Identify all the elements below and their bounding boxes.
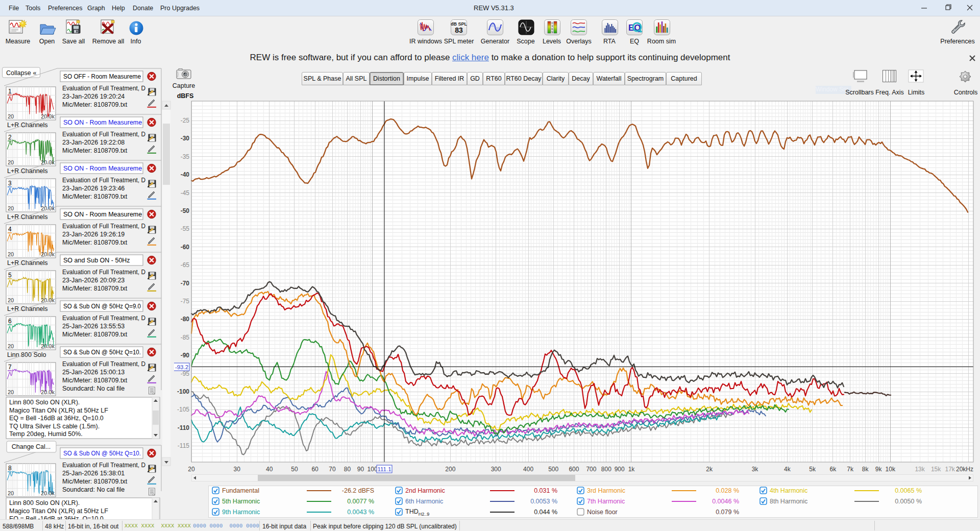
svg-text:-75: -75 <box>181 298 190 305</box>
svg-text:20: 20 <box>8 389 14 395</box>
svg-text:L+R Channels: L+R Channels <box>7 213 48 221</box>
svg-text:SO & Sub ON @ 50Hz Q=10.: SO & Sub ON @ 50Hz Q=10. <box>63 349 141 356</box>
svg-text:4k: 4k <box>784 466 791 473</box>
svg-text:5k: 5k <box>809 466 816 473</box>
svg-text:1: 1 <box>8 88 12 95</box>
svg-text:L+R Channels: L+R Channels <box>7 122 48 129</box>
svg-text:-65: -65 <box>181 261 190 269</box>
svg-text:23-Jan-2026 20:09:23: 23-Jan-2026 20:09:23 <box>62 277 125 284</box>
svg-text:8k: 8k <box>862 466 869 473</box>
svg-text:400: 400 <box>523 466 533 473</box>
svg-text:Mic/Meter: 8108709.txt: Mic/Meter: 8108709.txt <box>62 331 128 338</box>
svg-text:100: 100 <box>368 466 378 473</box>
svg-text:-95: -95 <box>181 370 190 377</box>
svg-text:-50: -50 <box>181 207 190 214</box>
svg-text:Evaluation of Full Treatment,: Evaluation of Full Treatment, D <box>62 462 145 469</box>
svg-text:L+R Channels: L+R Channels <box>7 167 48 175</box>
svg-text:Evaluation of Full Treatment,: Evaluation of Full Treatment, D <box>62 85 145 92</box>
svg-text:20: 20 <box>8 490 14 496</box>
svg-text:Mic/Meter: 8108709.txt: Mic/Meter: 8108709.txt <box>62 193 128 200</box>
svg-text:20: 20 <box>188 466 195 473</box>
svg-text:17k: 17k <box>945 466 955 473</box>
svg-text:20.0k: 20.0k <box>41 251 55 257</box>
svg-text:-100: -100 <box>177 388 189 395</box>
svg-text:6: 6 <box>8 318 12 325</box>
svg-text:Mic/Meter: 8108709.txt: Mic/Meter: 8108709.txt <box>62 101 128 108</box>
svg-text:-35: -35 <box>181 153 190 160</box>
svg-text:4: 4 <box>8 226 12 233</box>
svg-text:700: 700 <box>586 466 596 473</box>
svg-text:20: 20 <box>8 159 14 165</box>
svg-text:-85: -85 <box>181 334 190 341</box>
svg-text:5: 5 <box>8 272 12 279</box>
svg-text:-25: -25 <box>181 117 190 124</box>
svg-text:TQ Ultra Silver LS cable (1.5m: TQ Ultra Silver LS cable (1.5m). <box>9 423 100 430</box>
svg-text:-60: -60 <box>181 244 190 251</box>
svg-text:20: 20 <box>8 297 14 303</box>
svg-text:-80: -80 <box>181 316 190 323</box>
svg-text:20: 20 <box>8 205 14 211</box>
svg-text:Mic/Meter: 8108709.txt: Mic/Meter: 8108709.txt <box>62 478 128 485</box>
svg-text:Mic/Meter: 8108709.txt: Mic/Meter: 8108709.txt <box>62 377 128 384</box>
svg-text:SO and Sub ON - 50Hz: SO and Sub ON - 50Hz <box>63 257 130 264</box>
svg-text:Evaluation of Full Treatment,: Evaluation of Full Treatment, D <box>62 177 145 184</box>
svg-text:40: 40 <box>266 466 273 473</box>
svg-text:23-Jan-2026 19:23:46: 23-Jan-2026 19:23:46 <box>62 185 125 192</box>
svg-text:Mic/Meter: 8108709.txt: Mic/Meter: 8108709.txt <box>62 239 128 246</box>
svg-text:600: 600 <box>569 466 579 473</box>
svg-text:Mic/Meter: 8108709.txt: Mic/Meter: 8108709.txt <box>62 147 128 154</box>
svg-text:25-Jan-2026 13:55:53: 25-Jan-2026 13:55:53 <box>62 323 125 330</box>
svg-text:Mic/Meter: 8108709.txt: Mic/Meter: 8108709.txt <box>62 285 128 292</box>
svg-text:-55: -55 <box>181 225 190 232</box>
svg-text:23-Jan-2026 19:22:08: 23-Jan-2026 19:22:08 <box>62 139 125 146</box>
svg-text:20.0k: 20.0k <box>41 205 55 211</box>
svg-text:900: 900 <box>615 466 625 473</box>
svg-text:Evaluation of Full Treatment,: Evaluation of Full Treatment, D <box>62 360 145 368</box>
svg-text:Collapse: Collapse <box>6 69 31 77</box>
svg-text:7k: 7k <box>847 466 854 473</box>
svg-text:83: 83 <box>455 26 463 34</box>
svg-text:Change Cal...: Change Cal... <box>12 443 51 450</box>
svg-text:Evaluation of Full Treatment,: Evaluation of Full Treatment, D <box>62 223 145 230</box>
svg-text:20: 20 <box>8 113 14 119</box>
svg-text:20.0k: 20.0k <box>41 343 55 349</box>
svg-text:-110: -110 <box>178 424 190 431</box>
svg-text:300: 300 <box>491 466 501 473</box>
svg-text:SO & Sub ON @ 50Hz Q=9.0: SO & Sub ON @ 50Hz Q=9.0 <box>63 303 141 310</box>
svg-text:15k: 15k <box>931 466 941 473</box>
svg-text:3k: 3k <box>752 466 759 473</box>
svg-text:20.0k: 20.0k <box>41 113 55 119</box>
svg-text:SO ON - Room Measureme: SO ON - Room Measureme <box>63 119 142 126</box>
svg-text:Linn 800 Solo ON (XLR).: Linn 800 Solo ON (XLR). <box>9 499 80 506</box>
svg-text:800: 800 <box>601 466 611 473</box>
svg-text:-90: -90 <box>181 352 190 359</box>
svg-text:SO ON - Room Measureme: SO ON - Room Measureme <box>63 211 142 218</box>
svg-text:200: 200 <box>445 466 455 473</box>
svg-text:-45: -45 <box>181 189 190 197</box>
svg-text:23-Jan-2026 19:26:19: 23-Jan-2026 19:26:19 <box>62 231 125 238</box>
svg-text:L+R Channels: L+R Channels <box>7 259 48 267</box>
svg-text:6k: 6k <box>829 466 837 473</box>
svg-text:30: 30 <box>234 466 241 473</box>
svg-text:-93.2: -93.2 <box>175 364 188 370</box>
svg-text:Magico Titan ON (XLR) at 50Hz: Magico Titan ON (XLR) at 50Hz LF <box>9 407 108 414</box>
svg-text:Linn 800 Solo ON (XLR).: Linn 800 Solo ON (XLR). <box>9 399 80 406</box>
svg-text:3: 3 <box>8 180 12 187</box>
svg-text:8: 8 <box>8 465 12 472</box>
svg-text:25-Jan-2026 15:00:13: 25-Jan-2026 15:00:13 <box>62 369 125 376</box>
svg-text:111.1: 111.1 <box>377 466 391 472</box>
svg-text:20: 20 <box>8 343 14 349</box>
svg-text:L+R Channels: L+R Channels <box>7 305 48 312</box>
svg-text:70: 70 <box>329 466 336 473</box>
svg-text:20: 20 <box>8 251 14 257</box>
svg-text:-105: -105 <box>177 406 189 413</box>
svg-text:Linn 800 Solo: Linn 800 Solo <box>7 351 46 358</box>
svg-text:-40: -40 <box>181 171 190 178</box>
svg-text:20.0k: 20.0k <box>41 297 55 303</box>
svg-text:SO & Sub ON @ 50Hz Q=10.: SO & Sub ON @ 50Hz Q=10. <box>63 450 141 457</box>
svg-text:23-Jan-2026 19:20:24: 23-Jan-2026 19:20:24 <box>62 93 125 100</box>
svg-text:SO ON - Room Measureme: SO ON - Room Measureme <box>63 165 142 172</box>
svg-text:2k: 2k <box>706 466 713 473</box>
svg-text:1k: 1k <box>628 466 635 473</box>
svg-text:-70: -70 <box>181 280 190 287</box>
